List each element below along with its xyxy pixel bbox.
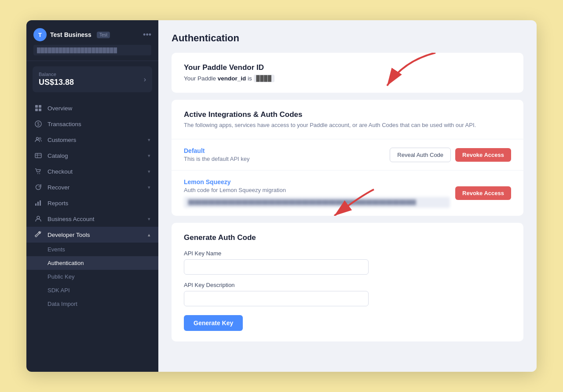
integrations-card: Active Integrations & Auth Codes The fol… xyxy=(172,100,523,216)
svg-rect-13 xyxy=(35,203,37,206)
generate-key-button[interactable]: Generate Key xyxy=(184,315,243,331)
person-icon xyxy=(34,215,42,223)
api-key-name-input[interactable] xyxy=(184,259,369,275)
sidebar-item-label: Customers xyxy=(48,137,76,143)
vendor-id-card: Your Paddle Vendor ID Your Paddle vendor… xyxy=(172,53,523,93)
chevron-down-icon: ▾ xyxy=(148,137,150,143)
sidebar-item-checkout[interactable]: Checkout ▾ xyxy=(26,163,158,179)
integration-desc-default: This is the default API key xyxy=(184,156,384,162)
chevron-down-icon: ▾ xyxy=(148,216,150,222)
page-title: Authentication xyxy=(172,33,523,44)
integration-item-default: Default This is the default API key Reve… xyxy=(172,139,523,171)
svg-rect-2 xyxy=(35,109,38,111)
integration-info-default: Default This is the default API key xyxy=(184,147,384,162)
svg-text:$: $ xyxy=(37,122,40,127)
revoke-access-button-lemon[interactable]: Revoke Access xyxy=(455,186,511,200)
table-icon xyxy=(34,152,42,160)
sidebar-subitem-public-key[interactable]: Public Key xyxy=(26,270,158,283)
sidebar-subitem-label: SDK API xyxy=(48,287,70,294)
sidebar-item-label: Transactions xyxy=(48,121,81,127)
test-badge: Test xyxy=(97,32,110,38)
api-key-name-group: API Key Name xyxy=(184,250,511,275)
sidebar-item-recover[interactable]: Recover ▾ xyxy=(26,179,158,195)
sidebar-subitem-events[interactable]: Events xyxy=(26,243,158,256)
svg-point-6 xyxy=(37,138,39,140)
svg-rect-0 xyxy=(35,105,38,108)
sidebar-item-label: Recover xyxy=(48,184,69,191)
integration-item-lemon: Lemon Squeezy Auth code for Lemon Squeez… xyxy=(172,171,523,216)
sidebar-item-reports[interactable]: Reports xyxy=(26,195,158,211)
reveal-auth-code-button[interactable]: Reveal Auth Code xyxy=(390,148,451,162)
sidebar-item-customers[interactable]: Customers ▾ xyxy=(26,132,158,148)
svg-rect-15 xyxy=(40,200,41,206)
svg-point-7 xyxy=(39,138,41,139)
sidebar-item-developer-tools[interactable]: Developer Tools ▴ xyxy=(26,227,158,243)
sidebar-url: ██████████████████████ xyxy=(33,45,151,55)
app-window: T Test Business Test ••• ███████████████… xyxy=(26,20,537,372)
vendor-id-key: vendor_id xyxy=(218,75,246,82)
nav-section: Overview $ Transactions Customers ▾ C xyxy=(26,98,158,313)
revoke-access-button-default[interactable]: Revoke Access xyxy=(455,148,511,162)
sidebar-item-label: Overview xyxy=(48,105,72,112)
integration-name-lemon: Lemon Squeezy xyxy=(184,178,450,185)
integration-actions-default: Reveal Auth Code Revoke Access xyxy=(390,148,511,162)
vendor-id-text: Your Paddle vendor_id is ████ xyxy=(184,75,511,82)
annotation-arrow xyxy=(347,53,444,93)
tools-icon xyxy=(34,231,42,239)
more-options-button[interactable]: ••• xyxy=(143,30,151,40)
svg-rect-8 xyxy=(35,153,41,158)
vendor-id-title: Your Paddle Vendor ID xyxy=(184,63,511,72)
svg-point-11 xyxy=(37,173,38,174)
integration-info-lemon: Lemon Squeezy Auth code for Lemon Squeez… xyxy=(184,178,450,208)
balance-card[interactable]: Balance US$13.88 › xyxy=(33,66,152,92)
sidebar-item-overview[interactable]: Overview xyxy=(26,100,158,116)
sidebar-subitem-label: Events xyxy=(48,246,65,253)
integration-code-lemon: ████████████████████████████████████████… xyxy=(184,197,450,208)
users-icon xyxy=(34,136,42,144)
chevron-up-icon: ▴ xyxy=(148,232,150,238)
chevron-right-icon: › xyxy=(144,76,146,83)
integration-actions-lemon: Revoke Access xyxy=(455,186,511,200)
sidebar-brand: T Test Business Test ••• xyxy=(33,28,151,41)
integration-name-default: Default xyxy=(184,147,384,154)
api-key-desc-input[interactable] xyxy=(184,291,369,306)
api-key-name-label: API Key Name xyxy=(184,250,511,257)
sidebar-subitem-authentication[interactable]: Authentication xyxy=(26,256,158,270)
sidebar-subitem-label: Public Key xyxy=(48,273,74,280)
sidebar-item-label: Business Account xyxy=(48,216,95,222)
dollar-icon: $ xyxy=(34,120,42,128)
main-content: Authentication Your Paddle Vendor ID You… xyxy=(158,20,537,372)
grid-icon xyxy=(34,104,42,112)
svg-rect-14 xyxy=(37,202,39,206)
cart-icon xyxy=(34,167,42,175)
integrations-header: Active Integrations & Auth Codes The fol… xyxy=(172,100,523,139)
generate-title: Generate Auth Code xyxy=(184,233,511,242)
svg-rect-1 xyxy=(39,105,41,108)
integration-desc-lemon: Auth code for Lemon Squeezy migration xyxy=(184,187,450,193)
vendor-id-section: Your Paddle Vendor ID Your Paddle vendor… xyxy=(172,53,523,93)
generate-auth-code-card: Generate Auth Code API Key Name API Key … xyxy=(172,223,523,341)
bar-chart-icon xyxy=(34,199,42,207)
generate-section: Generate Auth Code API Key Name API Key … xyxy=(172,223,523,341)
sidebar-item-label: Reports xyxy=(48,200,68,207)
sidebar-header: T Test Business Test ••• ███████████████… xyxy=(26,20,158,61)
svg-point-12 xyxy=(39,173,40,174)
balance-amount: US$13.88 xyxy=(39,78,74,87)
api-key-desc-label: API Key Description xyxy=(184,282,511,288)
refresh-icon xyxy=(34,183,42,191)
sidebar-item-label: Developer Tools xyxy=(48,232,90,238)
sidebar-subitem-sdk-api[interactable]: SDK API xyxy=(26,283,158,297)
integrations-desc: The following apps, services have access… xyxy=(184,122,511,128)
sidebar-subitem-data-import[interactable]: Data Import xyxy=(26,297,158,311)
sidebar-item-catalog[interactable]: Catalog ▾ xyxy=(26,148,158,163)
api-key-desc-group: API Key Description xyxy=(184,282,511,306)
balance-label: Balance xyxy=(39,72,74,77)
sidebar-item-transactions[interactable]: $ Transactions xyxy=(26,116,158,132)
chevron-down-icon: ▾ xyxy=(148,185,150,190)
sidebar-item-business-account[interactable]: Business Account ▾ xyxy=(26,211,158,227)
chevron-down-icon: ▾ xyxy=(148,169,150,174)
sidebar-item-label: Checkout xyxy=(48,168,73,175)
sidebar-item-label: Catalog xyxy=(48,152,68,159)
chevron-down-icon: ▾ xyxy=(148,153,150,159)
integrations-title: Active Integrations & Auth Codes xyxy=(184,110,511,119)
